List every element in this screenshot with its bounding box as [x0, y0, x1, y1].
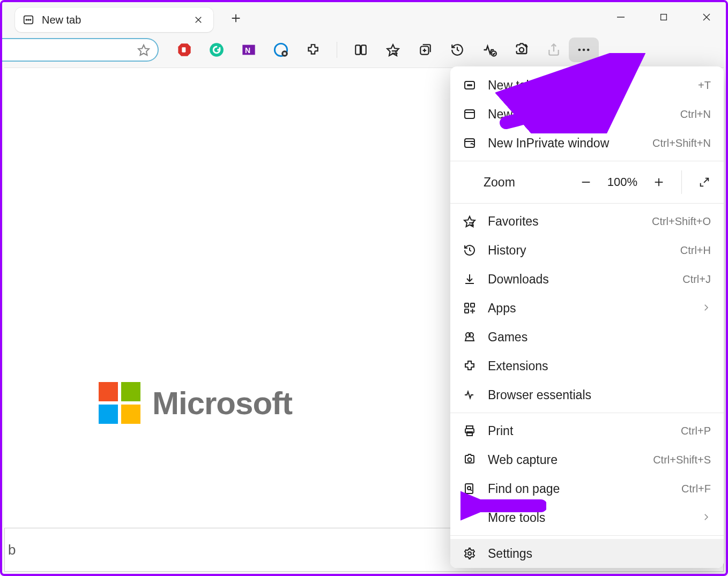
menu-new-window[interactable]: New window Ctrl+N: [450, 100, 724, 129]
adblock-icon[interactable]: [176, 41, 193, 58]
favorites-icon[interactable]: [384, 41, 402, 58]
download-icon: [462, 272, 477, 287]
svg-rect-20: [284, 53, 286, 55]
settings-and-more-button[interactable]: [569, 38, 599, 62]
svg-point-15: [210, 43, 224, 57]
menu-shortcut: Ctrl+Shift+S: [653, 454, 711, 466]
history-icon: [462, 243, 477, 258]
svg-point-37: [469, 85, 470, 86]
tab-close-button[interactable]: [191, 12, 206, 27]
tab-title: New tab: [42, 14, 183, 26]
svg-rect-39: [465, 110, 474, 118]
collections-icon[interactable]: [417, 41, 434, 58]
svg-point-32: [578, 49, 581, 51]
menu-favorites[interactable]: Favorites Ctrl+Shift+O: [450, 207, 724, 236]
svg-rect-53: [471, 303, 474, 307]
svg-point-62: [468, 458, 472, 462]
svg-point-36: [467, 85, 469, 86]
microsoft-logo: Microsoft: [99, 382, 292, 424]
maximize-button[interactable]: [650, 5, 678, 29]
svg-point-1: [26, 19, 27, 20]
svg-point-34: [587, 49, 590, 51]
menu-shortcut: Ctrl+H: [680, 244, 711, 257]
menu-extensions[interactable]: Extensions: [450, 351, 724, 380]
toolbar-icons: N: [176, 41, 562, 58]
svg-marker-23: [387, 44, 399, 56]
menu-webcapture[interactable]: Web capture Ctrl+Shift+S: [450, 445, 724, 474]
logo-square-blue: [99, 405, 118, 424]
essentials-icon: [462, 387, 477, 402]
capture-icon: [462, 452, 477, 467]
address-bar[interactable]: [2, 38, 159, 62]
svg-rect-9: [661, 14, 667, 20]
menu-essentials[interactable]: Browser essentials: [450, 380, 724, 409]
chevron-right-icon: [701, 301, 711, 316]
minimize-button[interactable]: [607, 5, 635, 29]
logo-square-red: [99, 382, 118, 401]
split-screen-icon[interactable]: [352, 41, 369, 58]
history-icon[interactable]: [449, 41, 466, 58]
microsoft-wordmark: Microsoft: [152, 385, 292, 422]
svg-rect-54: [465, 309, 469, 313]
find-icon: [462, 481, 477, 496]
microsoft-squares-icon: [99, 382, 140, 424]
download-manager-icon[interactable]: [272, 41, 289, 58]
svg-rect-21: [355, 45, 360, 54]
menu-label: New tab: [488, 78, 687, 93]
menu-label: Settings: [488, 547, 711, 561]
svg-line-65: [470, 489, 472, 491]
print-icon: [462, 423, 477, 438]
menu-games[interactable]: Games: [450, 323, 724, 351]
menu-more-tools[interactable]: More tools: [450, 503, 724, 532]
menu-find[interactable]: Find on page Ctrl+F: [450, 474, 724, 503]
menu-shortcut: Ctrl+F: [681, 483, 711, 495]
games-icon: [462, 330, 477, 345]
search-box-text: b: [8, 542, 16, 558]
menu-label: More tools: [488, 511, 690, 525]
zoom-out-button[interactable]: [574, 170, 598, 194]
svg-rect-14: [182, 47, 185, 52]
web-capture-icon[interactable]: [513, 41, 530, 58]
svg-rect-22: [361, 45, 366, 54]
menu-divider: [450, 203, 724, 204]
new-tab-icon: [462, 78, 477, 93]
svg-point-3: [30, 19, 31, 20]
extensions-icon: [462, 358, 477, 373]
menu-new-tab[interactable]: New tab +T: [450, 71, 724, 100]
share-icon[interactable]: [545, 41, 562, 58]
toolbar: N: [2, 34, 726, 65]
toolbar-separator: [337, 42, 337, 58]
title-bar: New tab: [2, 2, 726, 34]
menu-settings[interactable]: Settings: [450, 539, 724, 568]
spacer-icon: [462, 510, 477, 525]
grammarly-icon[interactable]: [208, 41, 225, 58]
settings-and-more-menu: New tab +T New window Ctrl+N New InPriva…: [450, 66, 724, 568]
settings-icon: [462, 546, 477, 561]
svg-line-46: [704, 178, 708, 183]
new-tab-button[interactable]: [225, 8, 247, 29]
menu-label: History: [488, 243, 670, 258]
chevron-right-icon: [701, 511, 711, 525]
menu-label: Web capture: [488, 453, 642, 467]
browser-tab[interactable]: New tab: [15, 8, 213, 32]
menu-shortcut: Ctrl+Shift+N: [652, 137, 711, 149]
zoom-in-button[interactable]: [647, 170, 671, 194]
browser-essentials-icon[interactable]: [481, 41, 498, 58]
extensions-icon[interactable]: [304, 41, 322, 58]
menu-print[interactable]: Print Ctrl+P: [450, 416, 724, 445]
svg-point-33: [583, 49, 585, 51]
menu-history[interactable]: History Ctrl+H: [450, 236, 724, 265]
menu-downloads[interactable]: Downloads Ctrl+J: [450, 265, 724, 294]
menu-divider: [450, 535, 724, 536]
menu-zoom: Zoom 100%: [450, 164, 724, 200]
menu-new-inprivate[interactable]: New InPrivate window Ctrl+Shift+N: [450, 129, 724, 158]
zoom-separator: [681, 170, 682, 194]
favorite-star-icon[interactable]: [137, 43, 150, 56]
close-window-button[interactable]: [693, 5, 720, 29]
fullscreen-button[interactable]: [693, 170, 716, 194]
onenote-icon[interactable]: N: [240, 41, 257, 58]
menu-shortcut: Ctrl+J: [682, 273, 711, 286]
menu-shortcut: Ctrl+N: [680, 108, 711, 121]
svg-text:N: N: [245, 46, 250, 55]
menu-apps[interactable]: Apps: [450, 294, 724, 323]
